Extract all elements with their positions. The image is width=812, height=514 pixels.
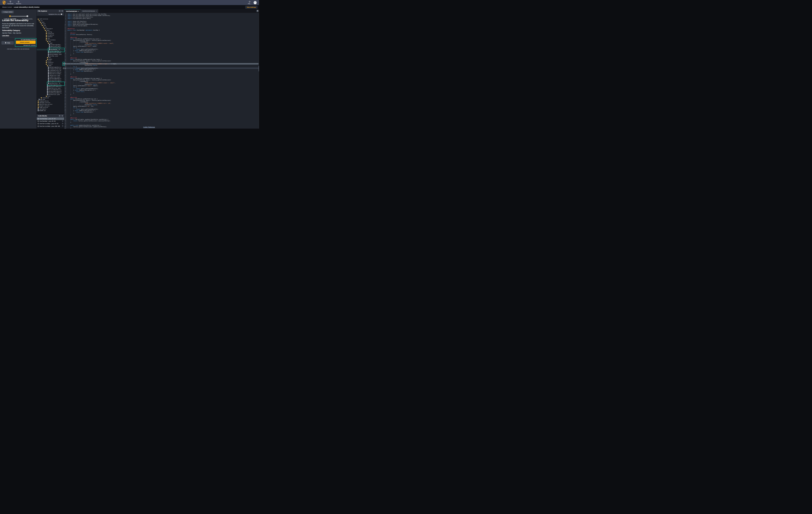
cookie-preferences-link[interactable]: Cookie Preferences (143, 127, 155, 128)
tree-folder-java[interactable]: java (37, 23, 64, 25)
line-40-checkbox[interactable] (63, 67, 64, 69)
tree-file-PasswordHashServic[interactable]: PasswordHashServic… (37, 89, 64, 90)
editor-scrollbar[interactable] (259, 13, 259, 129)
collapse-sidebar-button[interactable]: ‹ Collapse sidebar (1, 10, 14, 13)
avatar[interactable] (254, 1, 257, 4)
tree-folder-config[interactable]: config (37, 31, 64, 33)
tree-folder-service[interactable]: service (37, 63, 64, 65)
tab-UserServiceImpl.java[interactable]: UserServiceImpl.java× (81, 9, 98, 13)
tree-folder-com[interactable]: com (37, 25, 64, 26)
tree-folder-src[interactable]: src (37, 20, 64, 22)
tab-UserDaoImpl.java[interactable]: UserDaoImpl.java× (64, 9, 81, 13)
tree-file-ResetCodeDaoIm[interactable]: ResetCodeDaoIm… (37, 47, 64, 49)
nav-tournaments[interactable]: Tournaments (7, 1, 13, 4)
unchecked-checkbox[interactable] (38, 120, 39, 122)
tree-folder-resources[interactable]: resources (37, 97, 64, 99)
tree-folder-exception[interactable]: exception (37, 34, 64, 36)
tree-folder-impl[interactable]: impl (37, 65, 64, 66)
editor-scrollbar-thumb[interactable] (259, 66, 259, 71)
tree-file-.gitignore[interactable]: .gitignore (37, 108, 64, 110)
lock-icon (5, 42, 6, 44)
tree-file-pom.xml[interactable]: pom.xml (37, 99, 64, 100)
code-blocks-prev-button[interactable] (59, 115, 61, 117)
tree-file-README.md[interactable]: README.md (37, 110, 64, 111)
tree-file-EmailConfirmCode[interactable]: EmailConfirmCode… (37, 52, 64, 54)
help-menu[interactable]: Help ⌄ (248, 1, 251, 4)
tree-file-EmailService.java[interactable]: EmailService.java (37, 87, 64, 89)
tree-folder-resource[interactable]: resource (37, 62, 64, 63)
tree-file-PasswordHashServ[interactable]: PasswordHashServ… (37, 78, 64, 79)
close-icon[interactable]: × (78, 10, 79, 12)
code-line-37[interactable]: 37 "FROM UserEntity U WHERE U.login = " … (64, 63, 259, 64)
nav-resources[interactable]: Resources (16, 1, 21, 4)
tree-file-UserService.java[interactable]: UserService.java (37, 94, 64, 96)
tree-file-PasswordValidato[interactable]: PasswordValidato… (37, 79, 64, 81)
unchecked-checkbox[interactable] (38, 123, 39, 124)
brand-logo-icon[interactable] (2, 0, 6, 5)
tree-file-UserDao.java[interactable]: UserDao.java (37, 55, 64, 57)
tree-folder-handler[interactable]: handler (37, 36, 64, 37)
skip-challenge-button[interactable]: Skip challenge (245, 6, 258, 9)
tree-file-LogService.java[interactable]: LogService.java (37, 76, 64, 78)
tree-folder-cybersport[interactable]: cybersport (37, 28, 64, 29)
tree-file-AuthAttemptService[interactable]: AuthAttemptService… (37, 84, 64, 86)
tree-item-label: com (44, 25, 46, 26)
tree-file-UserDaoIm[interactable]: UserDaoIm…⚠2 (37, 49, 64, 50)
tree-folder-monitoring-service[interactable]: monitoring-service (37, 103, 64, 105)
tree-folder-proto[interactable]: proto (37, 60, 64, 62)
tree-file-ResetPasswordServi[interactable]: ResetPasswordServi… (37, 92, 64, 94)
tree-file-UserService[interactable]: UserService…⚠2 (37, 83, 64, 84)
code-block-item[interactable]: UserServiceImpl.java:61-61 (37, 123, 64, 125)
tree-folder-model[interactable]: model (37, 58, 64, 60)
close-icon[interactable]: × (96, 10, 97, 12)
line-37-checkbox[interactable]: ✓ (63, 63, 64, 64)
tree-folder-CommonLibrary[interactable]: CommonLibrary (37, 100, 64, 102)
tree-file-ResetCodeDao.java[interactable]: ResetCodeDao.java (37, 54, 64, 55)
tree-folder-dao[interactable]: dao (37, 40, 64, 42)
tree-folder-util[interactable]: util (37, 96, 64, 97)
tree-folder-dto[interactable]: dto (37, 57, 64, 58)
tree-folder-jms[interactable]: jms (37, 37, 64, 39)
tree-file-PasswordValidatorS[interactable]: PasswordValidatorS… (37, 90, 64, 92)
tree-folder-player-service[interactable]: player-service (37, 105, 64, 107)
file-icon (48, 75, 49, 76)
highlighted-files-toggle[interactable] (61, 13, 63, 15)
tree-folder-csw[interactable]: csw (37, 26, 64, 28)
tree-file-CryptoService.ja[interactable]: CryptoService.ja… (37, 70, 64, 71)
tree-file-AuthAttemptDao.j[interactable]: AuthAttemptDao.j… (37, 50, 64, 52)
tree-folder-persistence[interactable]: persistence (37, 39, 64, 41)
tree-file-EmailConfirmServic[interactable]: EmailConfirmServic… (37, 86, 64, 87)
explorer-next-button[interactable] (61, 10, 63, 12)
code-block-item[interactable]: ✓UserDaoImpl.java:37-37 (37, 117, 64, 120)
code-block-item[interactable]: UserDaoImpl.java:40-40 (37, 120, 64, 123)
tree-folder-team-service[interactable]: team-service (37, 107, 64, 108)
shortcuts-hint[interactable]: Click here or press ? to see all shortcu… (0, 48, 36, 50)
unchecked-checkbox[interactable] (38, 126, 39, 127)
tree-file-JmsService.java[interactable]: JmsService.java (37, 75, 64, 76)
tree-folder-impl[interactable]: impl (37, 42, 64, 44)
explorer-prev-button[interactable] (59, 10, 61, 12)
step-connector (10, 16, 27, 17)
tree-folder-gateway-service[interactable]: gateway-service (37, 102, 64, 103)
tree-file-EmailServiceImpl[interactable]: EmailServiceImpl… (37, 73, 64, 75)
learn-more-link[interactable]: Learn More (2, 35, 9, 36)
tree-file-AuthAttemptDao[interactable]: AuthAttemptDao… (37, 44, 64, 46)
submit-answer-button[interactable]: Submit answer→ (16, 40, 35, 44)
tree-folder-auth-service[interactable]: auth-service (37, 18, 64, 20)
tree-file-EmailConfirmCo[interactable]: EmailConfirmCo… (37, 46, 64, 47)
tree-file-ResetPasswordSer[interactable]: ResetPasswordSer… (37, 81, 64, 83)
tree-folder-auth[interactable]: auth (37, 29, 64, 31)
code-block-item[interactable]: UserServiceImpl.java:106-106 (37, 125, 64, 128)
code-blocks-next-button[interactable] (61, 115, 63, 117)
tree-file-CredentialValida[interactable]: CredentialValida… (37, 68, 64, 70)
tree-file-EmailConfirmServ[interactable]: EmailConfirmServ… (37, 71, 64, 73)
breadcrumb-root[interactable]: Mission Control (2, 6, 12, 8)
breadcrumb-bar: Mission Control › Locate Vulnerability &… (0, 5, 259, 9)
tree-file-AuthAttemptServi[interactable]: AuthAttemptServi… (37, 66, 64, 68)
code-line-40[interactable]: 40 return query.getSingleResult(); (64, 67, 259, 69)
checked-checkbox[interactable]: ✓ (38, 118, 39, 119)
tree-folder-main[interactable]: main (37, 22, 64, 23)
editor-settings-gear-icon[interactable]: ⚙ (256, 10, 259, 12)
hints-button[interactable]: Hints (1, 41, 14, 45)
tree-folder-converter[interactable]: converter (37, 33, 64, 34)
